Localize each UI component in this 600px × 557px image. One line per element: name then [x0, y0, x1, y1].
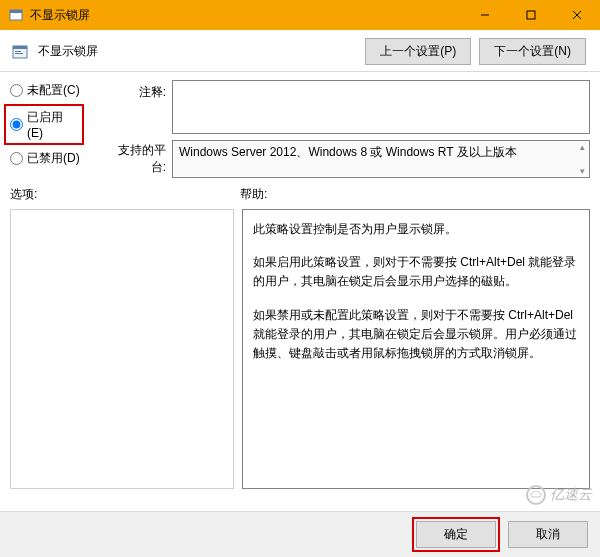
radio-enabled[interactable]: 已启用(E) — [10, 109, 78, 140]
radio-disabled[interactable]: 已禁用(D) — [10, 150, 98, 167]
cloud-icon — [526, 485, 546, 505]
help-pane: 此策略设置控制是否为用户显示锁屏。 如果启用此策略设置，则对于不需要按 Ctrl… — [242, 209, 590, 489]
header-row: 不显示锁屏 上一个设置(P) 下一个设置(N) — [0, 30, 600, 71]
comment-label: 注释: — [108, 80, 166, 101]
scroll-up-icon[interactable]: ▴ — [575, 141, 589, 153]
radio-not-configured[interactable]: 未配置(C) — [10, 82, 98, 99]
help-p1: 此策略设置控制是否为用户显示锁屏。 — [253, 220, 579, 239]
supported-label: 支持的平台: — [108, 140, 166, 176]
prev-setting-button[interactable]: 上一个设置(P) — [365, 38, 471, 65]
close-button[interactable] — [554, 0, 600, 30]
bottom-bar: 确定 取消 — [0, 511, 600, 557]
policy-title: 不显示锁屏 — [38, 43, 98, 60]
watermark-text: 亿速云 — [550, 486, 592, 504]
options-pane — [10, 209, 234, 489]
window-title: 不显示锁屏 — [30, 7, 90, 24]
comment-textarea[interactable] — [172, 80, 590, 134]
watermark: 亿速云 — [526, 485, 592, 505]
radio-not-configured-input[interactable] — [10, 84, 23, 97]
titlebar: 不显示锁屏 — [0, 0, 600, 30]
scroll-down-icon[interactable]: ▾ — [575, 165, 589, 177]
ok-button[interactable]: 确定 — [416, 521, 496, 548]
supported-text: Windows Server 2012、Windows 8 或 Windows … — [179, 145, 517, 159]
mid-labels: 选项: 帮助: — [0, 182, 600, 205]
maximize-button[interactable] — [508, 0, 554, 30]
help-p2: 如果启用此策略设置，则对于不需要按 Ctrl+Alt+Del 就能登录的用户，其… — [253, 253, 579, 291]
lower-panes: 此策略设置控制是否为用户显示锁屏。 如果启用此策略设置，则对于不需要按 Ctrl… — [0, 205, 600, 489]
next-setting-button[interactable]: 下一个设置(N) — [479, 38, 586, 65]
svg-rect-9 — [15, 53, 23, 54]
supported-scrollbar[interactable]: ▴ ▾ — [575, 141, 589, 177]
cancel-button[interactable]: 取消 — [508, 521, 588, 548]
help-label: 帮助: — [240, 186, 267, 203]
radio-enabled-input[interactable] — [10, 118, 23, 131]
supported-box: Windows Server 2012、Windows 8 或 Windows … — [172, 140, 590, 178]
svg-rect-8 — [15, 51, 21, 52]
policy-icon — [10, 42, 30, 62]
radio-disabled-input[interactable] — [10, 152, 23, 165]
help-p3: 如果禁用或未配置此策略设置，则对于不需要按 Ctrl+Alt+Del 就能登录的… — [253, 306, 579, 364]
policy-title-icon — [8, 7, 24, 23]
radio-disabled-label: 已禁用(D) — [27, 150, 80, 167]
minimize-button[interactable] — [462, 0, 508, 30]
config-area: 未配置(C) 已启用(E) 已禁用(D) 注释: 支持的平台: Windows … — [0, 72, 600, 182]
radio-enabled-label: 已启用(E) — [27, 109, 78, 140]
radio-not-configured-label: 未配置(C) — [27, 82, 80, 99]
highlight-ok: 确定 — [412, 517, 500, 552]
window-controls — [462, 0, 600, 30]
state-radios: 未配置(C) 已启用(E) 已禁用(D) — [10, 80, 98, 178]
options-label: 选项: — [10, 186, 240, 203]
svg-rect-7 — [13, 46, 27, 49]
svg-rect-1 — [10, 10, 22, 13]
highlight-enabled: 已启用(E) — [4, 104, 84, 145]
svg-rect-3 — [527, 11, 535, 19]
